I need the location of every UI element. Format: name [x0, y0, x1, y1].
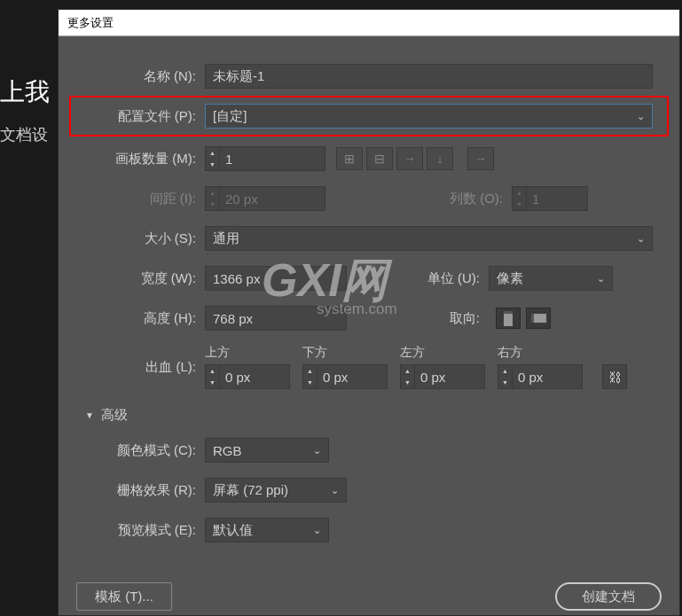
chevron-down-icon: ⌄ — [597, 273, 605, 285]
bleed-left-label: 左方 — [400, 345, 498, 361]
rtl-icon[interactable]: → — [467, 147, 494, 170]
template-button[interactable]: 模板 (T)... — [76, 582, 172, 611]
raster-value: 屏幕 (72 ppi) — [213, 482, 288, 499]
width-label: 宽度 (W): — [76, 270, 205, 287]
width-input[interactable] — [205, 266, 347, 291]
bleed-top-label: 上方 — [205, 345, 302, 361]
grid-by-col-icon[interactable]: ⊟ — [366, 147, 393, 170]
link-icon[interactable]: ⛓ — [602, 364, 627, 389]
grid-by-row-icon[interactable]: ⊞ — [336, 147, 363, 170]
up-icon[interactable]: ▲ — [206, 147, 219, 159]
spacing-input — [219, 186, 325, 211]
bleed-right-input[interactable] — [512, 364, 583, 389]
color-mode-select[interactable]: RGB ⌄ — [205, 438, 329, 463]
size-select[interactable]: 通用 ⌄ — [205, 226, 653, 251]
units-value: 像素 — [497, 270, 523, 287]
advanced-label: 高级 — [101, 407, 128, 424]
more-settings-dialog: 更多设置 名称 (N): 配置文件 (P): [自定] ⌄ 画板数量 (M): … — [58, 9, 680, 616]
artboard-layout-icons: ⊞ ⊟ → ↓ → — [336, 147, 494, 170]
bleed-bottom-spinner[interactable]: ▲▼ — [302, 364, 400, 389]
units-label: 单位 (U): — [400, 270, 489, 287]
preview-value: 默认值 — [213, 522, 253, 539]
bleed-left-input[interactable] — [414, 364, 485, 389]
background-heading: 上我 — [0, 75, 50, 109]
artboards-spinner[interactable]: ▲▼ — [205, 146, 325, 171]
bleed-left-spinner[interactable]: ▲▼ — [400, 364, 498, 389]
chevron-down-icon: ⌄ — [637, 233, 645, 245]
bleed-right-spinner[interactable]: ▲▼ — [498, 364, 595, 389]
columns-label: 列数 (O): — [450, 191, 512, 207]
columns-input — [526, 186, 588, 211]
color-mode-label: 颜色模式 (C): — [76, 442, 205, 459]
height-input[interactable] — [205, 306, 347, 331]
artboards-label: 画板数量 (M): — [76, 151, 205, 168]
profile-label: 配置文件 (P): — [76, 108, 205, 125]
dialog-title: 更多设置 — [59, 10, 679, 36]
portrait-icon[interactable] — [496, 308, 521, 329]
orientation-label: 取向: — [400, 310, 489, 327]
chevron-down-icon: ⌄ — [313, 445, 321, 456]
landscape-icon[interactable] — [526, 308, 551, 329]
profile-select[interactable]: [自定] ⌄ — [205, 104, 653, 129]
size-value: 通用 — [213, 230, 239, 247]
down-icon[interactable]: ▼ — [206, 159, 219, 170]
chevron-down-icon: ⌄ — [313, 525, 321, 536]
name-label: 名称 (N): — [76, 68, 205, 85]
size-label: 大小 (S): — [76, 230, 205, 247]
bleed-label: 出血 (L): — [76, 359, 205, 376]
bleed-right-label: 右方 — [498, 345, 595, 361]
create-document-button[interactable]: 创建文档 — [555, 582, 662, 611]
color-mode-value: RGB — [213, 443, 242, 458]
columns-spinner: ▲▼ — [512, 186, 588, 211]
spacing-label: 间距 (I): — [76, 191, 205, 207]
triangle-down-icon: ▼ — [85, 410, 94, 420]
chevron-down-icon: ⌄ — [637, 111, 645, 122]
chevron-down-icon: ⌄ — [331, 485, 339, 496]
profile-value: [自定] — [213, 108, 247, 125]
height-label: 高度 (H): — [76, 310, 205, 327]
artboards-input[interactable] — [219, 146, 325, 171]
arrange-right-icon[interactable]: → — [396, 147, 423, 170]
raster-label: 栅格效果 (R): — [76, 482, 205, 499]
advanced-toggle[interactable]: ▼ 高级 — [85, 407, 662, 424]
units-select[interactable]: 像素 ⌄ — [489, 266, 613, 291]
name-input[interactable] — [205, 64, 653, 89]
arrange-down-icon[interactable]: ↓ — [427, 147, 453, 170]
spacing-spinner: ▲▼ — [205, 186, 325, 211]
background-subtext: 文档设 — [0, 124, 48, 145]
bleed-bottom-label: 下方 — [302, 345, 400, 361]
raster-select[interactable]: 屏幕 (72 ppi) ⌄ — [205, 478, 347, 503]
bleed-bottom-input[interactable] — [317, 364, 388, 389]
preview-select[interactable]: 默认值 ⌄ — [205, 518, 329, 542]
bleed-top-input[interactable] — [219, 364, 290, 389]
bleed-top-spinner[interactable]: ▲▼ — [205, 364, 302, 389]
preview-label: 预览模式 (E): — [76, 522, 205, 539]
